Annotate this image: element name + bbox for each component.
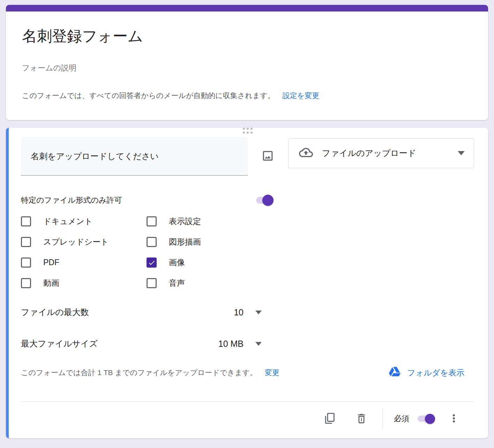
more-options-button[interactable] [444,409,464,428]
max-files-value: 10 [234,307,244,318]
allow-specific-types-label: 特定のファイル形式のみ許可 [21,195,122,206]
view-folder-link[interactable]: フォルダを表示 [388,365,464,380]
file-type-image[interactable]: 画像 [147,257,474,268]
checkbox-icon[interactable] [147,278,157,288]
chevron-down-icon [255,342,262,346]
chevron-down-icon [458,151,465,155]
checkbox-checked-icon[interactable] [147,257,157,268]
file-type-drawing[interactable]: 図形描画 [147,237,474,247]
max-files-dropdown[interactable] [255,311,262,314]
theme-color-bar [6,5,488,12]
max-files-label: ファイルの最大数 [21,307,234,318]
toolbar-separator [382,409,383,429]
drag-handle[interactable] [241,128,255,134]
email-collection-notice: このフォームでは、すべての回答者からのメールが自動的に収集されます。 [22,91,275,100]
file-type-video[interactable]: 動画 [21,278,147,289]
add-image-button[interactable] [257,146,278,167]
checkbox-icon[interactable] [21,237,31,247]
question-card: 名刺をアップロードしてください ファイルのアップロード 特定のファイル形式のみ許… [6,128,488,438]
allow-specific-types-toggle[interactable] [256,197,272,204]
cloud-upload-icon [299,145,313,161]
checkbox-icon[interactable] [147,216,157,226]
file-type-presentation[interactable]: 表示設定 [147,216,474,227]
checkbox-icon[interactable] [21,216,31,226]
question-type-label: ファイルのアップロード [322,148,458,159]
file-type-pdf[interactable]: PDF [21,257,147,268]
form-header-card: 名刺登録フォーム フォームの説明 このフォームでは、すべての回答者からのメールが… [6,5,488,120]
file-type-audio[interactable]: 音声 [147,278,474,289]
file-type-options: ドキュメント 表示設定 スプレッドシート 図形描画 PDF 画像 動画 音声 [21,216,474,289]
chevron-down-icon [255,311,262,314]
max-file-size-label: 最大ファイルサイズ [21,338,218,349]
checkbox-icon[interactable] [21,257,31,268]
form-title[interactable]: 名刺登録フォーム [22,28,472,45]
change-settings-link[interactable]: 設定を変更 [283,91,320,100]
kebab-menu-icon [449,413,459,425]
duplicate-button[interactable] [320,409,340,428]
trash-icon [355,412,367,425]
delete-button[interactable] [352,409,371,428]
form-description-placeholder[interactable]: フォームの説明 [22,63,472,73]
storage-change-link[interactable]: 変更 [265,368,279,378]
question-title-input[interactable]: 名刺をアップロードしてください [21,137,248,176]
storage-notice: このフォームでは合計 1 TB までのファイルをアップロードできます。 [21,368,257,378]
question-type-dropdown[interactable]: ファイルのアップロード [288,138,474,168]
checkbox-icon[interactable] [21,278,31,288]
file-type-spreadsheet[interactable]: スプレッドシート [21,237,147,247]
max-file-size-value: 10 MB [218,339,244,349]
max-file-size-dropdown[interactable] [255,342,262,346]
google-drive-icon [388,365,401,380]
question-title-text: 名刺をアップロードしてください [31,151,159,162]
checkbox-icon[interactable] [147,237,157,247]
required-label: 必須 [394,413,409,424]
image-icon [261,149,274,163]
file-type-document[interactable]: ドキュメント [21,216,147,227]
required-toggle[interactable] [418,416,434,422]
duplicate-icon [324,412,336,425]
